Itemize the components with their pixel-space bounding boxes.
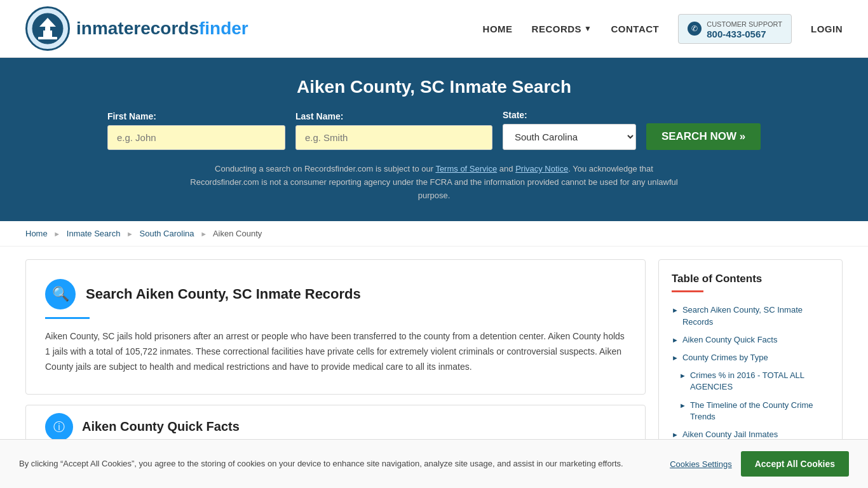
- first-name-input[interactable]: [107, 125, 285, 150]
- chevron-down-icon: ▼: [584, 24, 592, 33]
- nav-records[interactable]: RECORDS ▼: [532, 24, 592, 34]
- section-1-underline: [45, 317, 90, 319]
- section-1-heading: Search Aiken County, SC Inmate Records: [86, 286, 361, 302]
- breadcrumb-state[interactable]: South Carolina: [140, 229, 194, 238]
- toc-item-5[interactable]: ► The Timeline of the County Crime Trend…: [672, 396, 829, 426]
- toc-title: Table of Contents: [672, 273, 829, 285]
- state-select[interactable]: South Carolina: [503, 124, 636, 150]
- first-name-label: First Name:: [107, 111, 156, 121]
- last-name-group: Last Name:: [295, 111, 492, 150]
- breadcrumb: Home ► Inmate Search ► South Carolina ► …: [0, 221, 868, 247]
- nav-login[interactable]: LOGIN: [811, 24, 843, 34]
- svg-rect-4: [38, 37, 57, 39]
- toc-card: Table of Contents ► Search Aiken County,…: [658, 259, 843, 457]
- svg-rect-2: [45, 27, 50, 32]
- page-title: Aiken County, SC Inmate Search: [25, 77, 843, 97]
- section-1-title-row: 🔍 Search Aiken County, SC Inmate Records: [45, 279, 626, 309]
- terms-link[interactable]: Terms of Service: [435, 164, 497, 173]
- main-content: 🔍 Search Aiken County, SC Inmate Records…: [0, 247, 868, 470]
- breadcrumb-sep-1: ►: [53, 230, 60, 238]
- customer-support-box[interactable]: ✆ CUSTOMER SUPPORT 800-433-0567: [678, 14, 792, 44]
- toc-item-1[interactable]: ► Search Aiken County, SC Inmate Records: [672, 301, 829, 330]
- site-header: inmaterecordsfinder HOME RECORDS ▼ CONTA…: [0, 0, 868, 58]
- content-area: 🔍 Search Aiken County, SC Inmate Records…: [25, 259, 646, 457]
- cookie-settings-button[interactable]: Cookies Settings: [670, 459, 732, 469]
- chevron-right-icon-3: ►: [672, 353, 679, 363]
- toc-item-4[interactable]: ► Crimes % in 2016 - TOTAL ALL AGENCIES: [672, 367, 829, 396]
- logo-icon: [25, 6, 70, 51]
- disclaimer-text: Conducting a search on Recordsfinder.com…: [180, 163, 688, 202]
- section-1-body: Aiken County, SC jails hold prisoners af…: [45, 329, 626, 374]
- chevron-right-icon-2: ►: [672, 336, 679, 345]
- nav-contact[interactable]: CONTACT: [611, 24, 660, 34]
- state-label: State:: [503, 110, 527, 120]
- breadcrumb-current: Aiken County: [213, 229, 262, 238]
- toc-item-3[interactable]: ► County Crimes by Type: [672, 349, 829, 367]
- first-name-group: First Name:: [107, 111, 285, 150]
- support-info: CUSTOMER SUPPORT 800-433-0567: [707, 18, 782, 39]
- cookie-accept-button[interactable]: Accept All Cookies: [741, 451, 849, 470]
- breadcrumb-home[interactable]: Home: [25, 229, 48, 238]
- sidebar: Table of Contents ► Search Aiken County,…: [658, 259, 843, 457]
- cookie-actions: Cookies Settings Accept All Cookies: [670, 451, 849, 470]
- breadcrumb-sep-2: ►: [126, 230, 133, 238]
- logo-area: inmaterecordsfinder: [25, 6, 248, 51]
- toc-item-2[interactable]: ► Aiken County Quick Facts: [672, 331, 829, 349]
- search-icon: 🔍: [45, 279, 76, 309]
- chevron-right-icon-6: ►: [672, 430, 679, 440]
- main-nav: HOME RECORDS ▼ CONTACT ✆ CUSTOMER SUPPOR…: [483, 14, 843, 44]
- cookie-banner: By clicking “Accept All Cookies”, you ag…: [0, 439, 868, 470]
- info-icon: ⓘ: [45, 413, 73, 441]
- search-form: First Name: Last Name: State: South Caro…: [25, 110, 843, 150]
- state-group: State: South Carolina: [503, 110, 636, 150]
- headset-icon: ✆: [688, 22, 702, 36]
- toc-underline: [672, 290, 703, 292]
- breadcrumb-inmate-search[interactable]: Inmate Search: [67, 229, 121, 238]
- chevron-right-icon-4: ►: [679, 371, 686, 381]
- chevron-right-icon-5: ►: [679, 401, 686, 410]
- search-button[interactable]: SEARCH NOW »: [646, 123, 761, 150]
- section-2-heading: Aiken County Quick Facts: [82, 419, 240, 434]
- last-name-input[interactable]: [295, 125, 492, 150]
- chevron-right-icon-1: ►: [672, 306, 679, 315]
- logo-text: inmaterecordsfinder: [76, 18, 248, 39]
- section-1-card: 🔍 Search Aiken County, SC Inmate Records…: [25, 259, 646, 394]
- cookie-text: By clicking “Accept All Cookies”, you ag…: [19, 458, 657, 470]
- privacy-link[interactable]: Privacy Notice: [515, 164, 568, 173]
- hero-section: Aiken County, SC Inmate Search First Nam…: [0, 58, 868, 221]
- nav-home[interactable]: HOME: [483, 24, 513, 34]
- last-name-label: Last Name:: [295, 111, 343, 121]
- breadcrumb-sep-3: ►: [200, 230, 207, 238]
